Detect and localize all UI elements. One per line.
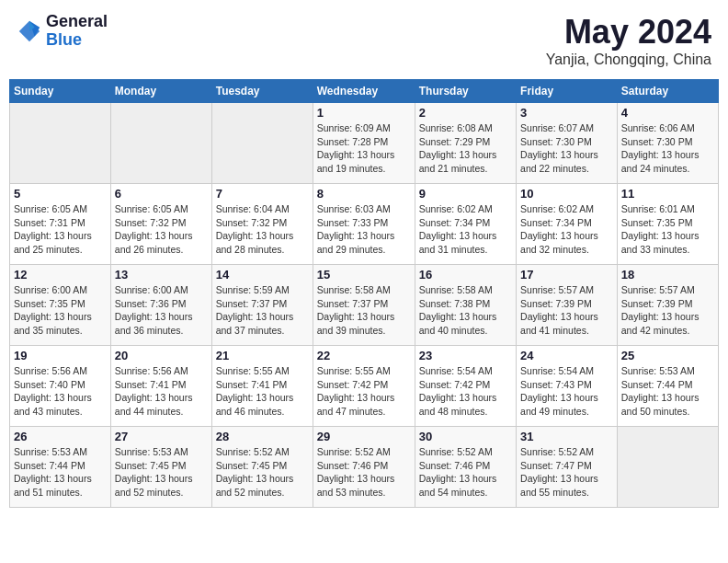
week-row-1: 1Sunrise: 6:09 AMSunset: 7:28 PMDaylight… — [10, 103, 719, 184]
calendar-cell: 18Sunrise: 5:57 AMSunset: 7:39 PMDayligh… — [617, 265, 718, 346]
calendar-cell: 28Sunrise: 5:52 AMSunset: 7:45 PMDayligh… — [211, 427, 313, 508]
calendar-cell: 2Sunrise: 6:08 AMSunset: 7:29 PMDaylight… — [415, 103, 516, 184]
calendar-cell: 24Sunrise: 5:54 AMSunset: 7:43 PMDayligh… — [517, 346, 618, 427]
day-info: Sunrise: 5:54 AMSunset: 7:42 PMDaylight:… — [419, 364, 512, 419]
weekday-header-friday: Friday — [517, 80, 618, 103]
day-number: 14 — [216, 268, 309, 282]
day-number: 22 — [317, 349, 411, 362]
day-info: Sunrise: 6:07 AMSunset: 7:30 PMDaylight:… — [520, 121, 613, 176]
calendar-cell: 16Sunrise: 5:58 AMSunset: 7:38 PMDayligh… — [415, 265, 516, 346]
day-number: 5 — [14, 187, 107, 201]
day-number: 19 — [14, 349, 107, 362]
day-number: 17 — [520, 268, 613, 282]
logo-general: General — [46, 13, 108, 31]
day-number: 15 — [317, 268, 411, 282]
day-number: 13 — [115, 268, 208, 282]
weekday-header-saturday: Saturday — [617, 80, 718, 103]
day-info: Sunrise: 5:55 AMSunset: 7:41 PMDaylight:… — [216, 364, 309, 419]
day-number: 7 — [216, 187, 309, 201]
day-number: 18 — [621, 268, 714, 282]
calendar-cell: 15Sunrise: 5:58 AMSunset: 7:37 PMDayligh… — [313, 265, 415, 346]
day-number: 31 — [520, 430, 613, 443]
calendar-cell: 3Sunrise: 6:07 AMSunset: 7:30 PMDaylight… — [517, 103, 618, 184]
calendar-cell: 8Sunrise: 6:03 AMSunset: 7:33 PMDaylight… — [313, 184, 415, 265]
calendar-cell: 26Sunrise: 5:53 AMSunset: 7:44 PMDayligh… — [10, 427, 111, 508]
logo-text: General Blue — [46, 13, 108, 50]
calendar-cell: 19Sunrise: 5:56 AMSunset: 7:40 PMDayligh… — [10, 346, 111, 427]
weekday-header-row: SundayMondayTuesdayWednesdayThursdayFrid… — [10, 80, 719, 103]
calendar-cell — [617, 427, 718, 508]
day-info: Sunrise: 5:58 AMSunset: 7:38 PMDaylight:… — [419, 283, 512, 338]
day-info: Sunrise: 5:58 AMSunset: 7:37 PMDaylight:… — [317, 283, 411, 338]
day-info: Sunrise: 6:02 AMSunset: 7:34 PMDaylight:… — [419, 202, 512, 257]
weekday-header-sunday: Sunday — [10, 80, 111, 103]
day-number: 3 — [520, 106, 613, 120]
day-info: Sunrise: 6:00 AMSunset: 7:35 PMDaylight:… — [14, 283, 107, 338]
day-info: Sunrise: 6:03 AMSunset: 7:33 PMDaylight:… — [317, 202, 411, 257]
weekday-header-monday: Monday — [110, 80, 211, 103]
day-number: 25 — [621, 349, 714, 362]
weekday-header-tuesday: Tuesday — [211, 80, 313, 103]
calendar-cell: 23Sunrise: 5:54 AMSunset: 7:42 PMDayligh… — [415, 346, 516, 427]
day-info: Sunrise: 6:09 AMSunset: 7:28 PMDaylight:… — [317, 121, 411, 176]
day-info: Sunrise: 6:06 AMSunset: 7:30 PMDaylight:… — [621, 121, 714, 176]
day-info: Sunrise: 5:52 AMSunset: 7:46 PMDaylight:… — [419, 445, 512, 500]
calendar-cell: 20Sunrise: 5:56 AMSunset: 7:41 PMDayligh… — [110, 346, 211, 427]
week-row-3: 12Sunrise: 6:00 AMSunset: 7:35 PMDayligh… — [10, 265, 719, 346]
calendar-cell: 29Sunrise: 5:52 AMSunset: 7:46 PMDayligh… — [313, 427, 415, 508]
day-info: Sunrise: 6:01 AMSunset: 7:35 PMDaylight:… — [621, 202, 714, 257]
day-number: 11 — [621, 187, 714, 201]
day-info: Sunrise: 6:04 AMSunset: 7:32 PMDaylight:… — [216, 202, 309, 257]
day-info: Sunrise: 5:56 AMSunset: 7:40 PMDaylight:… — [14, 364, 107, 419]
page-header: General Blue May 2024 Yanjia, Chongqing,… — [9, 9, 719, 72]
day-info: Sunrise: 5:59 AMSunset: 7:37 PMDaylight:… — [216, 283, 309, 338]
day-info: Sunrise: 5:56 AMSunset: 7:41 PMDaylight:… — [115, 364, 208, 419]
day-info: Sunrise: 6:08 AMSunset: 7:29 PMDaylight:… — [419, 121, 512, 176]
day-number: 12 — [14, 268, 107, 282]
calendar-cell: 21Sunrise: 5:55 AMSunset: 7:41 PMDayligh… — [211, 346, 313, 427]
day-number: 26 — [14, 430, 107, 443]
day-number: 30 — [419, 430, 512, 443]
day-number: 29 — [317, 430, 411, 443]
calendar-cell: 6Sunrise: 6:05 AMSunset: 7:32 PMDaylight… — [110, 184, 211, 265]
day-number: 8 — [317, 187, 411, 201]
day-info: Sunrise: 6:05 AMSunset: 7:32 PMDaylight:… — [115, 202, 208, 257]
day-info: Sunrise: 5:53 AMSunset: 7:44 PMDaylight:… — [621, 364, 714, 419]
day-number: 9 — [419, 187, 512, 201]
week-row-5: 26Sunrise: 5:53 AMSunset: 7:44 PMDayligh… — [10, 427, 719, 508]
calendar-table: SundayMondayTuesdayWednesdayThursdayFrid… — [9, 79, 719, 508]
calendar-cell — [211, 103, 313, 184]
day-number: 6 — [115, 187, 208, 201]
day-info: Sunrise: 6:00 AMSunset: 7:36 PMDaylight:… — [115, 283, 208, 338]
calendar-cell — [110, 103, 211, 184]
day-info: Sunrise: 5:54 AMSunset: 7:43 PMDaylight:… — [520, 364, 613, 419]
logo: General Blue — [17, 13, 108, 50]
logo-icon — [17, 18, 42, 44]
calendar-cell: 30Sunrise: 5:52 AMSunset: 7:46 PMDayligh… — [415, 427, 516, 508]
calendar-cell: 5Sunrise: 6:05 AMSunset: 7:31 PMDaylight… — [10, 184, 111, 265]
calendar-cell: 22Sunrise: 5:55 AMSunset: 7:42 PMDayligh… — [313, 346, 415, 427]
day-number: 1 — [317, 106, 411, 120]
day-number: 28 — [216, 430, 309, 443]
calendar-cell: 10Sunrise: 6:02 AMSunset: 7:34 PMDayligh… — [517, 184, 618, 265]
calendar-cell: 11Sunrise: 6:01 AMSunset: 7:35 PMDayligh… — [617, 184, 718, 265]
title-block: May 2024 Yanjia, Chongqing, China — [546, 13, 711, 68]
calendar-cell: 31Sunrise: 5:52 AMSunset: 7:47 PMDayligh… — [517, 427, 618, 508]
calendar-cell — [10, 103, 111, 184]
day-number: 4 — [621, 106, 714, 120]
calendar-cell: 17Sunrise: 5:57 AMSunset: 7:39 PMDayligh… — [517, 265, 618, 346]
day-info: Sunrise: 5:52 AMSunset: 7:45 PMDaylight:… — [216, 445, 309, 500]
day-info: Sunrise: 5:57 AMSunset: 7:39 PMDaylight:… — [520, 283, 613, 338]
calendar-cell: 12Sunrise: 6:00 AMSunset: 7:35 PMDayligh… — [10, 265, 111, 346]
day-number: 24 — [520, 349, 613, 362]
calendar-cell: 27Sunrise: 5:53 AMSunset: 7:45 PMDayligh… — [110, 427, 211, 508]
day-number: 2 — [419, 106, 512, 120]
calendar-title: May 2024 — [546, 13, 711, 52]
week-row-4: 19Sunrise: 5:56 AMSunset: 7:40 PMDayligh… — [10, 346, 719, 427]
weekday-header-wednesday: Wednesday — [313, 80, 415, 103]
day-info: Sunrise: 6:05 AMSunset: 7:31 PMDaylight:… — [14, 202, 107, 257]
week-row-2: 5Sunrise: 6:05 AMSunset: 7:31 PMDaylight… — [10, 184, 719, 265]
calendar-cell: 7Sunrise: 6:04 AMSunset: 7:32 PMDaylight… — [211, 184, 313, 265]
day-number: 23 — [419, 349, 512, 362]
weekday-header-thursday: Thursday — [415, 80, 516, 103]
